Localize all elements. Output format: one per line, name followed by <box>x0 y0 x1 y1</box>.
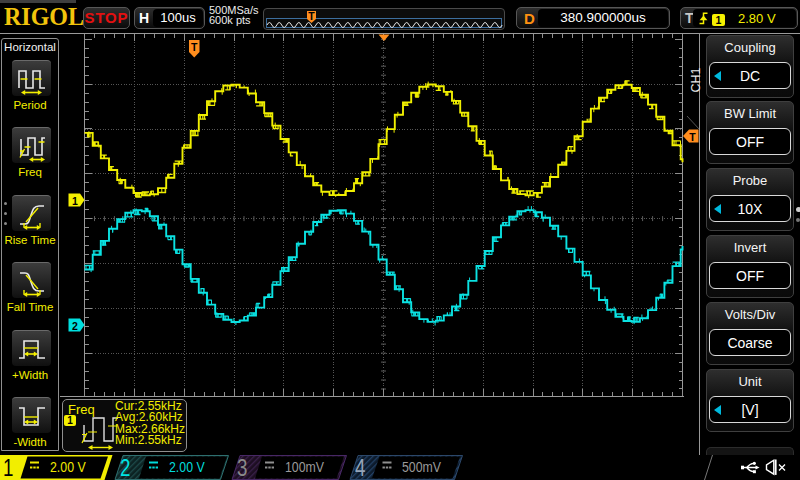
svg-text:T: T <box>191 41 198 53</box>
svg-text:2: 2 <box>72 320 78 332</box>
svg-text:T: T <box>308 10 315 22</box>
svg-text:T: T <box>689 131 696 143</box>
svg-text:1: 1 <box>72 195 78 207</box>
